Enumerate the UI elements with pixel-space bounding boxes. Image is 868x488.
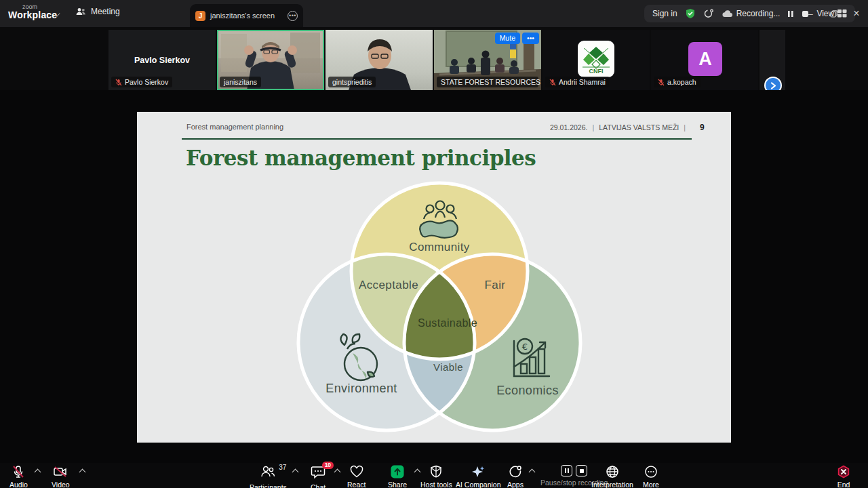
maximize-button[interactable]	[822, 0, 845, 27]
brand-workplace: Workplace	[8, 10, 57, 20]
tile-hover-controls: Mute •••	[495, 33, 539, 44]
chat-options-chevron[interactable]	[334, 469, 341, 476]
apps-icon	[508, 465, 523, 479]
share-screen-icon	[391, 465, 404, 479]
globe-icon	[606, 465, 619, 479]
venn-label-sustainable: Sustainable	[418, 317, 477, 329]
venn-label-environment: Environment	[326, 382, 397, 396]
tab-shared-screen[interactable]: J janiszitans's screen •••	[190, 4, 303, 27]
tile-center-name: Pavlo Sierkov	[108, 56, 216, 65]
tile-name-label: gintsprieditis	[328, 77, 376, 87]
chat-unread-badge: 10	[322, 462, 334, 469]
minimize-button[interactable]: –	[799, 0, 822, 27]
apps-button[interactable]: Apps	[507, 465, 524, 488]
meeting-toolbar: Audio Video 37 Participants 10 Chat Reac…	[0, 463, 868, 488]
mic-muted-icon	[549, 79, 556, 86]
mute-participant-button[interactable]: Mute	[495, 33, 520, 44]
interpretation-button[interactable]: Interpretation	[591, 465, 633, 488]
video-tile-pavlo-sierkov[interactable]: Pavlo Sierkov Pavlo Sierkov	[108, 30, 216, 90]
encryption-shield-icon[interactable]	[685, 8, 696, 19]
venn-label-economics: Economics	[496, 384, 559, 398]
close-button[interactable]: ×	[845, 0, 868, 27]
participants-button[interactable]: 37 Participants	[250, 465, 287, 488]
tile-name-label: a.kopach	[654, 77, 701, 87]
recording-indicator: Recording...	[722, 9, 781, 18]
mic-muted-icon	[12, 465, 25, 479]
cloud-icon	[722, 10, 733, 18]
svg-text:CNFI: CNFI	[589, 68, 604, 74]
participants-options-chevron[interactable]	[292, 469, 299, 476]
mic-muted-icon	[115, 79, 122, 86]
connected-apps-icon[interactable]	[703, 9, 715, 19]
sign-in-button[interactable]: Sign in	[652, 9, 677, 18]
video-tile-a-kopach[interactable]: A a.kopach	[651, 30, 758, 90]
video-tile-andrii-shamrai[interactable]: CNFI Andrii Shamrai	[542, 30, 650, 90]
venn-label-fair: Fair	[485, 279, 506, 292]
share-button[interactable]: Share	[388, 465, 407, 488]
chat-button[interactable]: 10 Chat	[311, 465, 326, 488]
chevron-right-icon	[770, 82, 776, 89]
apps-options-chevron[interactable]	[529, 469, 536, 476]
participant-filmstrip: Pavlo Sierkov Pavlo Sierkov janiszitans	[0, 27, 868, 90]
tile-more-options-button[interactable]: •••	[522, 33, 539, 44]
zoom-workplace-logo: zoom Workplace	[8, 3, 57, 20]
shared-screen-stage: Forest management planning 29.01.2026. |…	[0, 90, 868, 463]
video-tile-state-forest-agency[interactable]: Mute ••• STATE FOREST RESOURCES AGENCY .…	[434, 30, 541, 90]
heart-icon	[349, 465, 364, 479]
recording-label: Recording...	[736, 9, 781, 18]
participants-icon	[260, 465, 275, 479]
window-controls: – ×	[799, 0, 868, 27]
more-button[interactable]: More	[643, 465, 659, 488]
react-button[interactable]: React	[347, 465, 366, 488]
venn-diagram: €	[137, 112, 731, 443]
cnfi-logo: CNFI	[578, 41, 614, 77]
tab-meeting[interactable]: Meeting	[76, 7, 120, 16]
participants-count: 37	[279, 464, 286, 471]
pause-recording-icon[interactable]	[787, 10, 794, 18]
ai-sparkle-icon	[471, 465, 486, 479]
host-tools-shield-icon	[429, 465, 443, 479]
video-button[interactable]: Video	[52, 465, 70, 488]
video-tile-gintsprieditis[interactable]: gintsprieditis	[326, 30, 433, 90]
letter-avatar: A	[688, 42, 722, 76]
tile-name-label: janiszitans	[220, 77, 261, 87]
tab-avatar: J	[195, 11, 205, 21]
tile-name-label: Pavlo Sierkov	[111, 77, 172, 87]
end-call-icon	[837, 465, 850, 479]
tile-name-label: Andrii Shamrai	[545, 77, 610, 87]
tab-shared-screen-label: janiszitans's screen	[210, 12, 275, 20]
share-options-chevron[interactable]	[414, 469, 421, 476]
stop-recording-button[interactable]	[576, 465, 587, 476]
presentation-slide: Forest management planning 29.01.2026. |…	[137, 112, 731, 443]
more-ellipsis-icon	[644, 465, 658, 479]
video-tile-janiszitans[interactable]: janiszitans	[217, 30, 324, 90]
venn-label-acceptable: Acceptable	[359, 279, 418, 292]
video-options-chevron[interactable]	[79, 469, 86, 476]
window-titlebar: zoom Workplace Meeting J janiszitans's s…	[0, 0, 868, 27]
ai-companion-button[interactable]: AI Companion	[456, 465, 501, 488]
tile-name-label: STATE FOREST RESOURCES AGENCY ...	[437, 77, 538, 87]
host-tools-button[interactable]: Host tools	[420, 465, 452, 488]
pause-recording-button[interactable]	[561, 465, 572, 476]
venn-label-viable: Viable	[433, 361, 463, 373]
tab-meeting-label: Meeting	[91, 7, 120, 16]
end-meeting-button[interactable]: End	[837, 465, 850, 488]
camera-muted-icon	[53, 465, 68, 479]
tab-options-icon[interactable]: •••	[288, 11, 298, 21]
audio-options-chevron[interactable]	[35, 469, 41, 476]
mic-muted-icon	[658, 79, 665, 86]
people-icon	[76, 7, 86, 16]
audio-button[interactable]: Audio	[9, 465, 28, 488]
venn-label-community: Community	[409, 241, 470, 254]
svg-text:€: €	[522, 342, 528, 352]
